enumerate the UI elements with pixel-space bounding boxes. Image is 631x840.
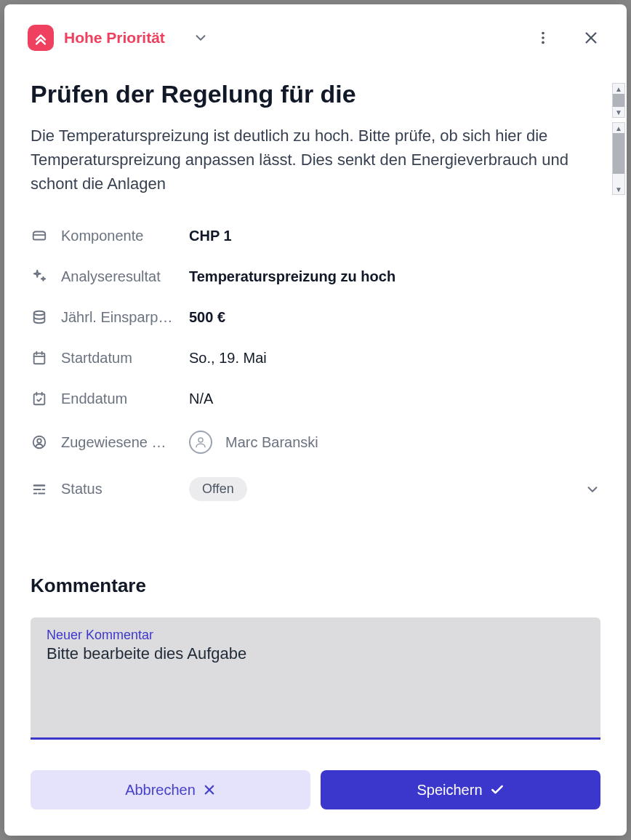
title-container: Prüfen der Regelung für die — [31, 79, 600, 119]
task-modal: Hohe Priorität ▲ ▼ ▲ ▼ Prüfen der Regelu… — [4, 4, 627, 836]
title-scrollbar[interactable]: ▲ ▼ — [612, 83, 625, 118]
task-description: Die Temperaturspreizung ist deutlich zu … — [31, 124, 583, 196]
svg-point-6 — [34, 311, 45, 316]
status-dropdown-chevron[interactable] — [584, 481, 600, 497]
priority-icon — [28, 25, 54, 51]
component-icon — [31, 227, 48, 244]
comments-section: Kommentare Neuer Kommentar — [4, 575, 627, 760]
field-value: CHP 1 — [189, 228, 232, 244]
close-icon — [203, 783, 216, 796]
field-label: Startdatum — [61, 350, 176, 367]
comments-title: Kommentare — [31, 575, 600, 597]
calendar-icon — [31, 349, 48, 367]
field-label: Zugewiesene … — [61, 434, 176, 451]
close-icon[interactable] — [579, 25, 603, 50]
field-status: Status Offen — [31, 477, 600, 501]
fields-list: Komponente CHP 1 Analyseresultat Tempera… — [31, 227, 600, 501]
field-value: So., 19. Mai — [189, 350, 267, 367]
field-value: 500 € — [189, 309, 225, 326]
field-analysis: Analyseresultat Temperaturspreizung zu h… — [31, 268, 600, 285]
field-label: Komponente — [61, 228, 176, 244]
field-component: Komponente CHP 1 — [31, 227, 600, 244]
svg-point-1 — [542, 36, 544, 39]
field-label: Jährl. Einsparp… — [61, 309, 176, 326]
field-assignee: Zugewiesene … Marc Baranski — [31, 431, 600, 454]
field-end-date: Enddatum N/A — [31, 390, 600, 407]
cancel-button[interactable]: Abbrechen — [31, 770, 310, 809]
assignee-name: Marc Baranski — [225, 434, 318, 451]
person-icon — [31, 433, 48, 451]
status-icon — [31, 481, 48, 498]
svg-point-15 — [37, 439, 41, 443]
save-label: Speichern — [417, 782, 482, 799]
more-menu-icon[interactable] — [531, 25, 555, 50]
comment-box[interactable]: Neuer Kommentar — [31, 617, 600, 740]
svg-point-2 — [542, 41, 544, 44]
save-button[interactable]: Speichern — [321, 770, 600, 809]
field-savings: Jährl. Einsparp… 500 € — [31, 308, 600, 326]
svg-rect-7 — [34, 353, 45, 364]
status-pill[interactable]: Offen — [189, 477, 247, 501]
field-start-date: Startdatum So., 19. Mai — [31, 349, 600, 367]
assignee-value[interactable]: Marc Baranski — [189, 431, 318, 454]
svg-point-0 — [542, 32, 544, 35]
field-label: Enddatum — [61, 391, 176, 407]
field-value: N/A — [189, 391, 213, 407]
comment-input[interactable] — [47, 644, 584, 663]
modal-footer: Abbrechen Speichern — [4, 770, 627, 836]
description-container: Die Temperaturspreizung ist deutlich zu … — [31, 124, 600, 202]
comment-input-label: Neuer Kommentar — [47, 628, 584, 643]
modal-content: ▲ ▼ ▲ ▼ Prüfen der Regelung für die Die … — [4, 65, 627, 540]
svg-rect-11 — [34, 394, 45, 405]
field-label: Status — [61, 481, 176, 497]
priority-dropdown[interactable] — [193, 30, 209, 46]
priority-label: Hohe Priorität — [64, 29, 165, 47]
description-scrollbar[interactable]: ▲ ▼ — [612, 122, 625, 195]
coins-icon — [31, 308, 48, 326]
calendar-check-icon — [31, 390, 48, 407]
cancel-label: Abbrechen — [125, 782, 196, 799]
task-title: Prüfen der Regelung für die — [31, 79, 600, 110]
sparkle-icon — [31, 268, 48, 285]
avatar-icon — [189, 431, 212, 454]
field-label: Analyseresultat — [61, 268, 176, 285]
field-value: Temperaturspreizung zu hoch — [189, 268, 395, 285]
modal-header: Hohe Priorität — [4, 4, 627, 65]
svg-point-16 — [198, 438, 203, 442]
check-icon — [490, 783, 505, 797]
